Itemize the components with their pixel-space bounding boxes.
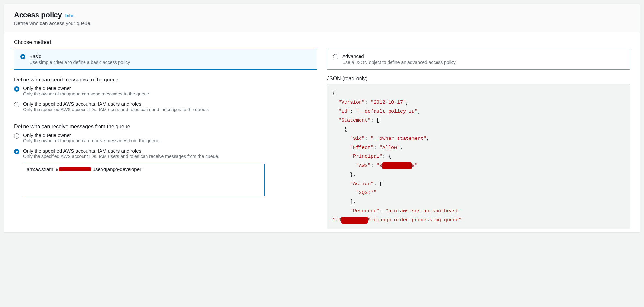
receive-section: Define who can receive messages from the… — [14, 123, 317, 196]
send-owner-desc: Only the owner of the queue can send mes… — [23, 91, 150, 96]
json-sid: __owner_statement — [374, 136, 423, 141]
json-effect: Allow — [382, 145, 397, 151]
json-resource-redacted: XXXXXXXXX — [341, 216, 368, 225]
send-section: Define who can send messages to the queu… — [14, 76, 317, 117]
method-tiles: Basic Use simple criteria to define a ba… — [14, 49, 630, 70]
access-policy-panel: Access policy Info Define who can access… — [4, 4, 640, 232]
send-label: Define who can send messages to the queu… — [14, 77, 317, 83]
json-aws-suffix: 9 — [412, 163, 415, 168]
info-link[interactable]: Info — [65, 13, 74, 18]
receive-owner-desc: Only the owner of the queue can receive … — [23, 138, 161, 143]
method-tile-basic[interactable]: Basic Use simple criteria to define a ba… — [14, 49, 317, 70]
json-readonly-box: { "Version": "2012-10-17", "Id": "__defa… — [327, 84, 630, 229]
receive-label: Define who can receive messages from the… — [14, 124, 317, 130]
send-accounts-title: Only the specified AWS accounts, IAM use… — [23, 101, 209, 107]
panel-body: Choose method Basic Use simple criteria … — [4, 32, 640, 232]
panel-header: Access policy Info Define who can access… — [4, 4, 640, 32]
radio-send-owner[interactable] — [14, 86, 19, 92]
arn-input[interactable]: arn:aws:iam::9XXXXXXXXXX:user/django-dev… — [23, 164, 265, 196]
receive-accounts-title: Only the specified AWS accounts, IAM use… — [23, 148, 219, 154]
json-action: SQS:* — [359, 190, 374, 196]
json-resource-l1: arn:aws:sqs:ap-southeast- — [388, 208, 462, 214]
receive-accounts-desc: Only the specified AWS account IDs, IAM … — [23, 154, 219, 159]
receive-option-owner[interactable]: Only the queue owner Only the owner of t… — [14, 132, 317, 143]
arn-prefix: arn:aws:iam::9 — [27, 167, 59, 172]
send-option-owner[interactable]: Only the queue owner Only the owner of t… — [14, 85, 317, 96]
left-column: Define who can send messages to the queu… — [14, 76, 317, 229]
receive-owner-title: Only the queue owner — [23, 132, 161, 138]
method-advanced-title: Advanced — [342, 53, 457, 59]
radio-basic[interactable] — [20, 54, 25, 59]
arn-suffix: :user/django-developer — [91, 167, 141, 172]
radio-receive-owner[interactable] — [14, 133, 19, 139]
json-id: __default_policy_ID — [359, 109, 415, 114]
panel-title: Access policy — [14, 11, 62, 19]
json-aws-redacted: XXXXXXXXXX — [382, 161, 412, 170]
send-owner-title: Only the queue owner — [23, 85, 150, 91]
send-accounts-desc: Only the specified AWS account IDs, IAM … — [23, 107, 209, 112]
receive-option-accounts[interactable]: Only the specified AWS accounts, IAM use… — [14, 148, 317, 159]
content-columns: Define who can send messages to the queu… — [14, 76, 630, 229]
json-resource-l2-pre: 1:9 — [332, 217, 341, 223]
radio-advanced[interactable] — [333, 54, 338, 59]
method-basic-desc: Use simple criteria to define a basic ac… — [29, 60, 131, 65]
method-tile-advanced[interactable]: Advanced Use a JSON object to define an … — [327, 49, 630, 70]
arn-redacted: XXXXXXXXXX — [59, 167, 91, 172]
json-aws-prefix: 9 — [379, 163, 382, 168]
json-resource-l2-suf: 9:django_order_processing-queue — [368, 217, 459, 223]
send-option-accounts[interactable]: Only the specified AWS accounts, IAM use… — [14, 101, 317, 112]
method-basic-title: Basic — [29, 53, 131, 59]
radio-receive-accounts[interactable] — [14, 149, 19, 154]
panel-subtitle: Define who can access your queue. — [14, 21, 630, 26]
choose-method-label: Choose method — [14, 39, 630, 45]
radio-send-accounts[interactable] — [14, 102, 19, 107]
right-column: JSON (read-only) { "Version": "2012-10-1… — [327, 76, 630, 229]
json-version: 2012-10-17 — [374, 100, 403, 105]
json-label: JSON (read-only) — [327, 76, 630, 81]
method-advanced-desc: Use a JSON object to define an advanced … — [342, 60, 457, 65]
